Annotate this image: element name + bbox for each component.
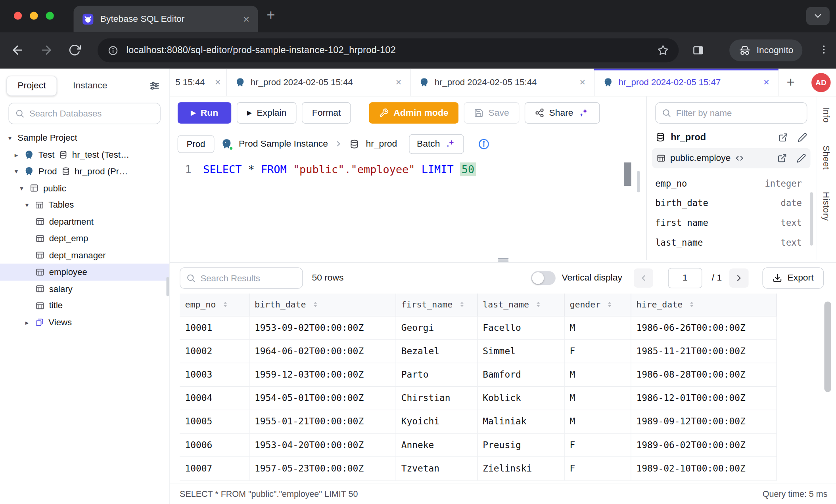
result-row[interactable]: 100021964-06-02T00:00:00ZBezalelSimmelF1… (180, 339, 776, 363)
environment-chip[interactable]: Prod (178, 135, 215, 153)
tab-close-icon[interactable]: × (215, 77, 221, 88)
schema-table-row[interactable]: public.employe (652, 148, 810, 168)
code-icon[interactable] (735, 153, 744, 163)
panel-resize-handle[interactable] (637, 171, 640, 193)
next-page-button[interactable] (729, 269, 748, 288)
result-row[interactable]: 100041954-05-01T00:00:00ZChirstianKoblic… (180, 386, 776, 410)
caret-down-icon[interactable]: ▾ (6, 134, 13, 142)
tree-node-schema-public[interactable]: ▾ public (0, 180, 169, 197)
caret-down-icon[interactable]: ▾ (18, 184, 25, 192)
tab-close-icon[interactable]: × (763, 77, 769, 88)
column-header-birth_date[interactable]: birth_date (249, 294, 396, 316)
column-header-first_name[interactable]: first_name (396, 294, 477, 316)
caret-right-icon[interactable]: ▸ (13, 151, 19, 158)
tab-close-icon[interactable]: × (579, 77, 585, 88)
tree-node-tables[interactable]: ▾ Tables (0, 197, 169, 213)
window-close-button[interactable] (14, 12, 22, 20)
tree-node-views[interactable]: ▸ Views (0, 314, 169, 331)
tree-node-env-test[interactable]: ▸ Test hr_test (Test… (0, 146, 169, 163)
editor-scrollbar[interactable] (624, 162, 631, 186)
browser-tab-close-icon[interactable]: × (243, 13, 249, 25)
sql-editor[interactable]: 1 SELECT * FROM "public"."employee" LIMI… (170, 161, 646, 177)
back-button[interactable] (11, 43, 25, 57)
site-info-icon[interactable] (108, 45, 119, 56)
info-icon[interactable] (478, 138, 490, 150)
results-scrollbar[interactable] (824, 302, 831, 392)
forward-button[interactable] (39, 43, 53, 57)
rail-tab-info[interactable]: Info (821, 107, 831, 123)
run-button[interactable]: ▶Run (178, 102, 232, 124)
edit-pencil-icon[interactable] (798, 132, 807, 142)
sidebar-table-department[interactable]: department (0, 213, 169, 230)
editor-tab-4[interactable]: hr_prod 2024-02-05 15:47× (594, 69, 778, 96)
tab-project[interactable]: Project (6, 76, 57, 96)
page-number-input[interactable] (668, 268, 702, 288)
explain-button[interactable]: ▶Explain (237, 102, 297, 124)
browser-tab[interactable]: Bytebase SQL Editor × (74, 6, 258, 32)
schema-filter[interactable] (655, 102, 807, 124)
database-name[interactable]: hr_prod (366, 139, 397, 149)
caret-down-icon[interactable]: ▾ (23, 201, 30, 209)
tree-settings-icon[interactable] (149, 80, 161, 92)
sidebar-table-title[interactable]: title (0, 297, 169, 314)
side-panel-icon[interactable] (692, 44, 704, 57)
sort-icon[interactable] (534, 301, 542, 309)
batch-button[interactable]: Batch (409, 134, 464, 154)
caret-down-icon[interactable]: ▾ (13, 167, 19, 175)
column-header-hire_date[interactable]: hire_date (631, 294, 776, 316)
tab-close-icon[interactable]: × (395, 77, 401, 88)
instance-name[interactable]: Prod Sample Instance (239, 139, 328, 149)
vertical-display-toggle[interactable] (531, 271, 555, 285)
rail-tab-history[interactable]: History (821, 192, 831, 221)
admin-mode-button[interactable]: Admin mode (369, 102, 458, 124)
external-link-icon[interactable] (777, 153, 787, 163)
edit-pencil-icon[interactable] (797, 153, 806, 163)
reload-button[interactable] (68, 44, 81, 56)
sidebar-table-salary[interactable]: salary (0, 281, 169, 297)
editor-tab-2[interactable]: hr_prod 2024-02-05 15:44× (226, 69, 410, 96)
schema-column-first_name[interactable]: first_nametext (647, 213, 816, 233)
url-text[interactable]: localhost:8080/sql-editor/prod-sample-in… (127, 45, 650, 56)
result-row[interactable]: 100031959-12-03T00:00:00ZPartoBamfordM19… (180, 363, 776, 386)
share-button[interactable]: Share (525, 102, 600, 124)
tree-node-env-prod[interactable]: ▾ Prod hr_prod (Pr… (0, 163, 169, 179)
database-search-input[interactable] (29, 109, 154, 119)
export-button[interactable]: Export (762, 267, 824, 289)
tab-instance[interactable]: Instance (73, 80, 149, 91)
result-row[interactable]: 100071957-05-23T00:00:00ZTzvetanZielinsk… (180, 456, 776, 480)
column-header-emp_no[interactable]: emp_no (180, 294, 249, 316)
results-splitter[interactable] (170, 257, 836, 262)
sql-line[interactable]: SELECT * FROM "public"."employee" LIMIT … (203, 161, 476, 177)
sort-icon[interactable] (458, 301, 466, 309)
sort-icon[interactable] (688, 301, 696, 309)
new-browser-tab-button[interactable]: + (267, 8, 275, 22)
result-row[interactable]: 100011953-09-02T00:00:00ZGeorgiFacelloM1… (180, 316, 776, 339)
sort-icon[interactable] (606, 301, 614, 309)
tab-search-button[interactable] (806, 7, 830, 25)
column-header-gender[interactable]: gender (564, 294, 631, 316)
schema-column-birth_date[interactable]: birth_datedate (647, 193, 816, 213)
schema-column-emp_no[interactable]: emp_nointeger (647, 174, 816, 193)
window-minimize-button[interactable] (30, 12, 38, 20)
format-button[interactable]: Format (302, 102, 351, 124)
sort-icon[interactable] (221, 301, 229, 309)
results-search-input[interactable] (200, 273, 296, 283)
sidebar-table-dept_emp[interactable]: dept_emp (0, 230, 169, 247)
result-row[interactable]: 100061953-04-20T00:00:00ZAnnekePreusigF1… (180, 433, 776, 456)
browser-menu-icon[interactable] (818, 44, 830, 55)
schema-filter-input[interactable] (676, 108, 801, 118)
previous-page-button[interactable] (634, 269, 653, 288)
sort-icon[interactable] (311, 301, 319, 309)
result-row[interactable]: 100051955-01-21T00:00:00ZKyoichiMaliniak… (180, 410, 776, 433)
sidebar-table-employee[interactable]: employee (0, 263, 169, 280)
sidebar-table-dept_manager[interactable]: dept_manager (0, 247, 169, 263)
editor-tab-1[interactable]: 5 15:44× (170, 69, 227, 96)
schema-scrollbar[interactable] (810, 192, 813, 245)
external-link-icon[interactable] (778, 132, 788, 142)
window-zoom-button[interactable] (46, 12, 54, 20)
column-header-last_name[interactable]: last_name (477, 294, 564, 316)
schema-column-last_name[interactable]: last_nametext (647, 233, 816, 252)
sidebar-resize-handle[interactable] (166, 277, 169, 296)
database-search[interactable] (9, 103, 161, 124)
bookmark-star-icon[interactable] (658, 45, 669, 56)
